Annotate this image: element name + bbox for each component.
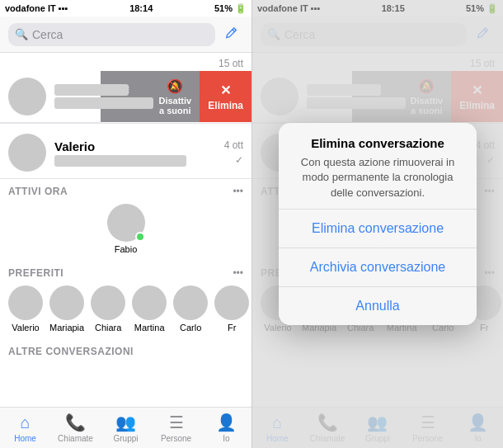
- fav-avatar-valerio-left: [8, 285, 43, 320]
- tab-gruppi-left[interactable]: 👥 Gruppi: [101, 408, 151, 448]
- fav-mariapia-left[interactable]: Mariapia: [49, 285, 84, 332]
- fav-name-carlo-left: Carlo: [180, 323, 201, 332]
- io-icon-left: 👤: [216, 413, 237, 432]
- tab-io-label-left: Io: [223, 434, 229, 443]
- search-bar-left[interactable]: 🔍 Cerca: [8, 23, 215, 46]
- fav-avatar-fr-left: [214, 285, 249, 320]
- right-screen: vodafone IT ▪▪▪ 18:15 51% 🔋 🔍 Cerca 15 o…: [252, 0, 503, 448]
- conv-item-2-left[interactable]: Valerio 4 ott ✓: [0, 127, 252, 179]
- list-area-left: 15 ott ≡ Altro 🔕 Disattiva suoni: [0, 53, 252, 407]
- conv-name-2-left: Valerio: [54, 139, 220, 153]
- conv-content-1-left: [54, 84, 92, 109]
- conv-msg-1-left: [54, 97, 153, 109]
- dialog-elimina-action[interactable]: Elimina conversazione: [279, 210, 477, 248]
- bottom-tabs-left: ⌂ Home 📞 Chiamate 👥 Gruppi ☰ Persone 👤 I…: [0, 407, 252, 448]
- header-left: 🔍 Cerca: [0, 17, 252, 53]
- active-now-left: Fabio: [0, 200, 252, 261]
- preferiti-more-left[interactable]: •••: [233, 267, 243, 279]
- battery-left: 51%: [214, 3, 233, 13]
- conv-check-left: ✓: [235, 154, 243, 166]
- status-left: vodafone IT ▪▪▪: [5, 3, 68, 13]
- fav-name-valerio-left: Valerio: [12, 323, 39, 332]
- fav-carlo-left[interactable]: Carlo: [173, 285, 208, 332]
- conv-name-1-left: [54, 84, 129, 96]
- favorites-row-left: Valerio Mariapia Chiara Martina Carlo Fr: [0, 282, 252, 339]
- dialog-annulla-action[interactable]: Annulla: [279, 287, 477, 325]
- dialog-actions: Elimina conversazione Archivia conversaz…: [279, 210, 477, 325]
- preferiti-title-left: PREFERITI: [8, 267, 63, 279]
- elimina-label: Elimina: [208, 100, 243, 111]
- edit-button-left[interactable]: [220, 23, 243, 46]
- tab-home-left[interactable]: ⌂ Home: [0, 408, 50, 448]
- conv-content-2-left: Valerio: [54, 139, 220, 167]
- tab-io-left[interactable]: 👤 Io: [201, 408, 252, 448]
- fav-name-martina-left: Martina: [134, 323, 165, 332]
- altre-title-left: ALTRE CONVERSAZIONI: [8, 346, 134, 357]
- fav-martina-left[interactable]: Martina: [132, 285, 167, 332]
- date-header-1-left: 15 ott: [0, 53, 252, 71]
- section-preferiti-left: PREFERITI •••: [0, 261, 252, 282]
- active-dot-fabio-left: [135, 232, 145, 242]
- section-altre-left: ALTRE CONVERSAZIONI: [0, 339, 252, 361]
- fav-name-chiara-left: Chiara: [95, 323, 121, 332]
- conv-time-2-left: 4 ott: [224, 139, 243, 151]
- conv-item-swiped-left[interactable]: [0, 71, 101, 123]
- tab-persone-label-left: Persone: [161, 434, 191, 443]
- active-fabio-left[interactable]: Fabio: [8, 204, 243, 254]
- fav-avatar-chiara-left: [91, 285, 125, 320]
- gruppi-icon-left: 👥: [115, 413, 136, 432]
- dialog-archivia-action[interactable]: Archivia conversazione: [279, 248, 477, 287]
- tab-gruppi-label-left: Gruppi: [113, 434, 138, 443]
- fav-name-mariapia-left: Mariapia: [49, 323, 84, 332]
- conv-swipe-row-left[interactable]: ≡ Altro 🔕 Disattiva suoni ✕ Elimina: [0, 71, 252, 124]
- fav-chiara-left[interactable]: Chiara: [91, 285, 125, 332]
- swipe-actions-left: ≡ Altro 🔕 Disattiva suoni ✕ Elimina: [101, 71, 252, 122]
- active-avatar-fabio-left: [107, 204, 145, 242]
- tab-persone-left[interactable]: ☰ Persone: [151, 408, 201, 448]
- persone-icon-left: ☰: [169, 413, 184, 432]
- fav-name-fr-left: Fr: [228, 323, 236, 332]
- dialog-box: Elimina conversazione Con questa azione …: [279, 123, 477, 325]
- swipe-elimina-left[interactable]: ✕ Elimina: [200, 71, 252, 122]
- tab-home-label-left: Home: [14, 434, 36, 443]
- conv-msg-2-left: [54, 155, 186, 167]
- time-left: 18:14: [129, 3, 153, 13]
- elimina-icon: ✕: [220, 83, 231, 98]
- dialog-header: Elimina conversazione Con questa azione …: [279, 123, 477, 210]
- dialog-overlay: Elimina conversazione Con questa azione …: [252, 0, 503, 448]
- status-right: 51% 🔋: [214, 3, 247, 14]
- disattiva-label: Disattiva suoni: [158, 96, 191, 116]
- status-bar-left: vodafone IT ▪▪▪ 18:14 51% 🔋: [0, 0, 252, 17]
- battery-icon-left: 🔋: [235, 3, 247, 14]
- swipe-altro[interactable]: ≡ Altro: [101, 71, 150, 122]
- search-icon-left: 🔍: [15, 28, 28, 40]
- attivi-more-left[interactable]: •••: [233, 186, 243, 197]
- signal-icon: ▪▪▪: [59, 3, 68, 13]
- fav-avatar-martina-left: [132, 285, 167, 320]
- tab-chiamate-left[interactable]: 📞 Chiamate: [50, 408, 101, 448]
- dialog-message: Con questa azione rimuoverai in modo per…: [295, 155, 460, 200]
- left-screen: vodafone IT ▪▪▪ 18:14 51% 🔋 🔍 Cerca 15 o…: [0, 0, 252, 448]
- dialog-title: Elimina conversazione: [295, 136, 460, 150]
- search-placeholder-left: Cerca: [32, 28, 63, 41]
- conv-avatar-2-left: [8, 134, 46, 172]
- attivi-title-left: ATTIVI ORA: [8, 186, 68, 197]
- active-name-fabio-left: Fabio: [115, 244, 138, 254]
- fav-avatar-mariapia-left: [49, 285, 84, 320]
- section-attivi-left: ATTIVI ORA •••: [0, 179, 252, 200]
- swipe-disattiva[interactable]: 🔕 Disattiva suoni: [150, 71, 200, 122]
- phone-icon-left: 📞: [65, 413, 86, 432]
- fav-avatar-carlo-left: [173, 285, 208, 320]
- fav-valerio-left[interactable]: Valerio: [8, 285, 43, 332]
- tab-chiamate-label-left: Chiamate: [58, 434, 93, 443]
- disattiva-icon: 🔕: [167, 78, 183, 94]
- conv-avatar-1-left: [8, 78, 46, 116]
- home-icon-left: ⌂: [20, 413, 30, 432]
- fav-fr-left[interactable]: Fr: [214, 285, 249, 332]
- carrier-left: vodafone IT: [5, 3, 56, 13]
